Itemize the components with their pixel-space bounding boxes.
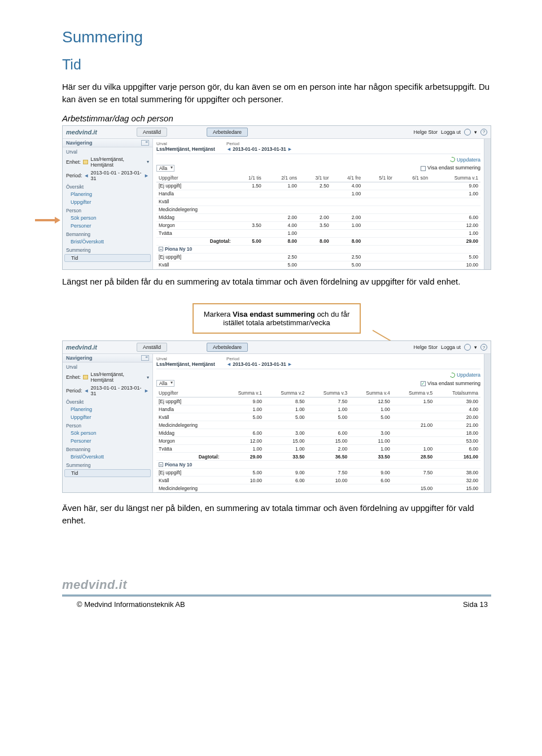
cell: [395, 237, 430, 245]
cell: 8.00: [331, 237, 364, 245]
crumb-urval-val: Lss/Hemtjänst, Hemtjänst: [156, 146, 215, 152]
row-label: Handla: [156, 405, 222, 413]
collapse-toggle-icon[interactable]: −: [159, 462, 163, 467]
cell: 5.00: [264, 261, 299, 269]
row-label: Middag: [156, 429, 222, 437]
period-value[interactable]: 2013-01-01 - 2013-01-31: [90, 170, 142, 181]
cell: [395, 229, 430, 237]
cell: [395, 206, 430, 213]
sidebar-item-sok-2[interactable]: Sök person: [63, 429, 152, 437]
tab-arbetsledare-2[interactable]: Arbetsledare: [207, 343, 248, 352]
cell: [233, 229, 264, 237]
cell: [233, 253, 264, 261]
cell: [363, 237, 395, 245]
update-button[interactable]: Uppdatera: [450, 157, 480, 163]
cell: [299, 229, 331, 237]
enhet-value[interactable]: Lss/Hemtjänst, Hemtjänst: [90, 156, 145, 168]
checkbox-visa-summering[interactable]: Visa endast summering: [421, 165, 480, 171]
cell: 9.00: [264, 469, 307, 477]
sidebar-item-tid[interactable]: Tid: [64, 254, 151, 262]
cell: [392, 413, 435, 421]
sidebar-item-brist[interactable]: Brist/Överskott: [63, 238, 152, 246]
tab-anstalld-2[interactable]: Anställd: [137, 343, 167, 352]
data-table-1: Uppgifter1/1 tis2/1 ons3/1 tor4/1 fre5/1…: [156, 174, 480, 269]
sidebar-item-sok[interactable]: Sök person: [63, 214, 152, 222]
cell: 21.00: [392, 421, 435, 429]
cell: 4.00: [264, 221, 299, 229]
cell: [233, 206, 264, 213]
cell: 5.00: [264, 413, 307, 421]
cell: 5.00: [233, 237, 264, 245]
cell: [233, 190, 264, 198]
cell: 161.00: [435, 453, 480, 461]
cell: [363, 221, 395, 229]
filter-select[interactable]: Alla: [156, 165, 174, 172]
sidebar-item-brist-2[interactable]: Brist/Överskott: [63, 453, 152, 461]
cell: 1.00: [264, 182, 299, 190]
user-name-2: Helge Stor: [413, 344, 438, 350]
chevron-down-icon-2[interactable]: ▾: [147, 375, 149, 380]
gear-icon-2[interactable]: [464, 344, 471, 351]
cell: [264, 484, 307, 492]
prev-period-icon[interactable]: ◄: [226, 146, 231, 152]
filter-select-2[interactable]: Alla: [156, 380, 174, 387]
row-label: Dagtotal:: [156, 453, 222, 461]
tab-arbetsledare[interactable]: Arbetsledare: [207, 128, 248, 137]
cell: 10.00: [430, 261, 480, 269]
cell: 1.00: [331, 190, 364, 198]
sidebar-group-summering: Summering: [63, 246, 152, 254]
prev-icon-2[interactable]: ◄: [84, 388, 89, 394]
help-icon-2[interactable]: ?: [480, 344, 487, 351]
group-header[interactable]: −Piona Ny 10: [156, 461, 480, 469]
sidebar-item-uppgifter[interactable]: Uppgifter: [63, 198, 152, 206]
help-icon[interactable]: ?: [480, 129, 487, 136]
cell: 33.50: [349, 453, 392, 461]
next-period-icon-2[interactable]: ►: [287, 361, 292, 367]
next-icon[interactable]: ►: [144, 173, 149, 178]
cell: 6.00: [307, 429, 350, 437]
cell: [299, 190, 331, 198]
update-button-2[interactable]: Uppdatera: [450, 372, 480, 378]
sidebar-item-personer-2[interactable]: Personer: [63, 437, 152, 445]
cell: [264, 198, 299, 206]
row-label: Kväll: [156, 261, 233, 269]
cell: 6.00: [264, 477, 307, 484]
prev-icon[interactable]: ◄: [84, 173, 89, 178]
folder-icon-2: [83, 375, 88, 379]
collapse-icon-2[interactable]: [141, 355, 149, 361]
collapse-toggle-icon[interactable]: −: [159, 247, 163, 251]
checkbox-visa-summering-2[interactable]: Visa endast summering: [421, 381, 480, 386]
cell: 4.00: [331, 182, 364, 190]
row-label: Middag: [156, 213, 233, 221]
cell: [392, 437, 435, 445]
gear-icon[interactable]: [464, 129, 471, 136]
col-header: Summa v.5: [392, 389, 435, 397]
cell: 8.00: [299, 237, 331, 245]
paragraph-after-1: Längst ner på bilden får du en summering…: [62, 276, 491, 288]
heading-tid: Tid: [62, 56, 491, 73]
tab-anstalld[interactable]: Anställd: [137, 128, 167, 137]
collapse-icon[interactable]: [141, 140, 149, 146]
logout-link[interactable]: Logga ut: [441, 129, 461, 135]
group-header[interactable]: −Piona Ny 10: [156, 245, 480, 253]
sidebar-item-personer[interactable]: Personer: [63, 222, 152, 230]
next-icon-2[interactable]: ►: [144, 388, 149, 394]
sidebar-group-urval: Urval: [63, 147, 152, 155]
cell: 3.50: [233, 221, 264, 229]
cell: [299, 261, 331, 269]
chevron-down-icon[interactable]: ▾: [147, 159, 149, 164]
refresh-icon: [449, 156, 456, 163]
logout-link-2[interactable]: Logga ut: [441, 344, 461, 350]
sidebar-item-planering[interactable]: Planering: [63, 190, 152, 198]
cell: [395, 221, 430, 229]
scrollbar-2[interactable]: [484, 354, 491, 492]
next-period-icon[interactable]: ►: [287, 146, 292, 152]
sidebar-item-planering-2[interactable]: Planering: [63, 405, 152, 413]
crumb-period-label: Period: [226, 141, 292, 146]
cell: 2.50: [264, 253, 299, 261]
cell: [233, 198, 264, 206]
sidebar-item-uppgifter-2[interactable]: Uppgifter: [63, 413, 152, 421]
sidebar-item-tid-2[interactable]: Tid: [64, 469, 151, 477]
scrollbar[interactable]: [484, 139, 491, 269]
prev-period-icon-2[interactable]: ◄: [226, 361, 231, 367]
